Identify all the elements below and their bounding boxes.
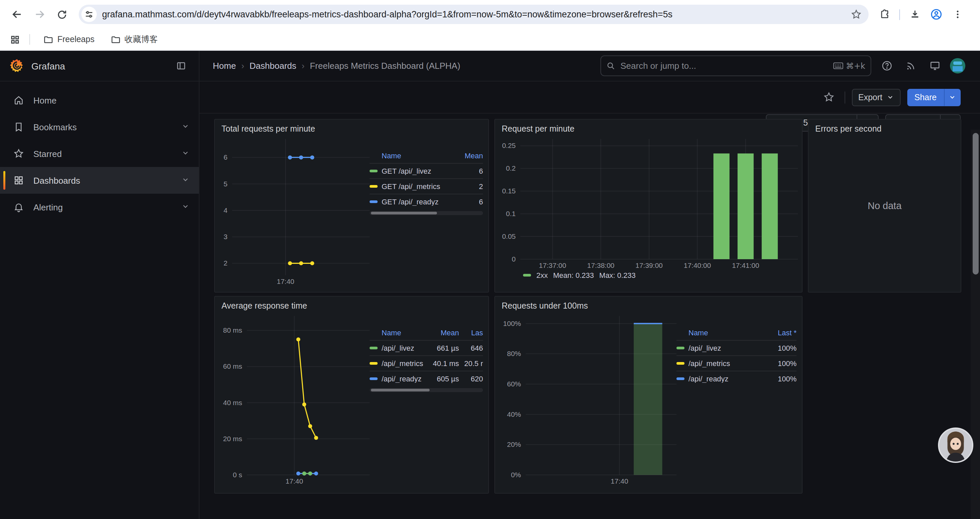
no-data-message: No data — [808, 200, 961, 211]
legend-row[interactable]: /api/_metrics 100% — [676, 355, 797, 371]
svg-text:0: 0 — [512, 255, 516, 263]
breadcrumb-home[interactable]: Home — [213, 61, 236, 71]
legend-row[interactable]: /api/_livez 661 µs 646 — [369, 340, 483, 355]
address-bar[interactable] — [79, 5, 869, 24]
svg-text:17:39:00: 17:39:00 — [635, 262, 663, 269]
timeseries-chart: 80 ms60 ms40 ms20 ms0 s17:40 — [220, 313, 369, 485]
legend-row[interactable]: /api/_metrics 40.1 ms 20.5 r — [369, 355, 483, 371]
legend-row[interactable]: GET /api/_metrics 2 — [369, 178, 483, 194]
user-avatar[interactable] — [950, 58, 965, 73]
series-swatch — [369, 200, 378, 203]
bookmark-folder-blogs[interactable]: 收藏博客 — [105, 32, 163, 47]
svg-text:17:40: 17:40 — [611, 477, 628, 485]
help-icon[interactable] — [878, 57, 895, 75]
news-rss-icon[interactable] — [902, 57, 919, 75]
extensions-icon[interactable] — [875, 5, 894, 24]
legend-scrollbar[interactable] — [369, 388, 483, 392]
legend-row[interactable]: /api/_livez 100% — [676, 340, 797, 355]
legend-row[interactable]: GET /api/_readyz 6 — [369, 194, 483, 209]
bookmark-folder-freeleaps[interactable]: Freeleaps — [38, 32, 100, 46]
bookmark-star-icon[interactable] — [846, 5, 865, 24]
timeseries-chart: 6543217:40 — [220, 136, 369, 286]
legend-header-row: Name Last * — [676, 325, 797, 340]
search-box[interactable]: ⌘+k — [600, 56, 871, 76]
bookmark-label: 收藏博客 — [124, 34, 158, 45]
series-swatch — [676, 347, 684, 349]
sidebar-item-label: Alerting — [33, 202, 63, 212]
bar-chart: 100%80%60%40%20%0%17:40 — [500, 313, 676, 485]
panel-title[interactable]: Request per minute — [495, 120, 802, 136]
series-swatch — [676, 377, 684, 380]
toolbar-divider — [844, 91, 845, 103]
svg-text:20 ms: 20 ms — [223, 435, 242, 442]
breadcrumb-separator: › — [241, 61, 244, 71]
sidebar-item-alerting[interactable]: Alerting — [0, 194, 199, 220]
bookmarks-bar: Freeleaps 收藏博客 — [0, 29, 980, 51]
breadcrumb-separator: › — [302, 61, 305, 71]
bookmarks-separator — [29, 34, 30, 45]
back-icon[interactable] — [7, 4, 27, 24]
legend-row[interactable]: /api/_readyz 605 µs 620 — [369, 371, 483, 386]
svg-text:0.05: 0.05 — [502, 232, 516, 240]
brand-name: Grafana — [31, 61, 172, 71]
legend-row[interactable]: /api/_readyz 100% — [676, 371, 797, 386]
panel-request-per-minute: Request per minute 0.250.20.150.10.05017… — [494, 119, 803, 292]
breadcrumb: Home › Dashboards › Freeleaps Metrics Da… — [213, 61, 460, 71]
download-icon[interactable] — [905, 5, 924, 24]
scrollbar-thumb[interactable] — [973, 133, 978, 275]
chevron-down-icon[interactable] — [181, 149, 189, 159]
export-button[interactable]: Export — [851, 88, 900, 106]
sidebar-item-bookmarks[interactable]: Bookmarks — [0, 113, 199, 140]
star-icon — [13, 148, 24, 159]
legend-row[interactable]: GET /api/_livez 6 — [369, 163, 483, 178]
site-settings-icon[interactable] — [81, 7, 97, 22]
breadcrumb-dashboards[interactable]: Dashboards — [250, 61, 296, 71]
legend-line[interactable]: 2xx Mean: 0.233 Max: 0.233 — [500, 270, 797, 279]
svg-text:4: 4 — [223, 206, 228, 214]
svg-text:6: 6 — [223, 153, 228, 161]
sidebar-item-starred[interactable]: Starred — [0, 140, 199, 167]
sidebar-item-dashboards[interactable]: Dashboards — [0, 167, 199, 194]
grafana-logo[interactable] — [10, 58, 25, 73]
panel-total-requests: Total requests per minute 6543217:40 Nam… — [214, 119, 489, 292]
svg-text:17:40: 17:40 — [286, 477, 303, 485]
page-scrollbar[interactable] — [970, 129, 980, 519]
chevron-down-icon[interactable] — [181, 202, 189, 212]
chevron-down-icon — [949, 94, 956, 101]
series-swatch — [369, 377, 378, 380]
home-icon — [13, 95, 24, 105]
floating-assistant-avatar[interactable] — [938, 428, 973, 463]
panel-title[interactable]: Requests under 100ms — [495, 297, 802, 313]
search-shortcut: ⌘+k — [833, 61, 865, 70]
breadcrumb-current: Freeleaps Metrics Dashboard (ALPHA) — [310, 61, 460, 71]
browser-menu-icon[interactable] — [948, 5, 967, 24]
legend-scrollbar[interactable] — [369, 211, 483, 215]
chevron-down-icon[interactable] — [181, 122, 189, 132]
share-button[interactable]: Share — [907, 88, 944, 106]
url-input[interactable] — [97, 10, 846, 19]
apps-grid-icon[interactable] — [8, 33, 21, 46]
sidebar-item-home[interactable]: Home — [0, 87, 199, 113]
chevron-down-icon[interactable] — [181, 175, 189, 185]
search-input[interactable] — [619, 60, 829, 72]
legend-table: Name Last * /api/_livez 100% /api/_metri… — [676, 325, 797, 485]
sidebar-item-label: Starred — [33, 149, 62, 159]
profile-icon[interactable] — [927, 5, 945, 24]
sidebar-toggle-icon[interactable] — [172, 57, 189, 75]
svg-text:2: 2 — [223, 259, 228, 267]
kiosk-monitor-icon[interactable] — [926, 57, 943, 75]
bookmark-label: Freeleaps — [57, 35, 94, 44]
panel-average-response-time: Average response time 80 ms60 ms40 ms20 … — [214, 296, 489, 493]
legend-header-row: Name Mean Las — [369, 325, 483, 340]
reload-icon[interactable] — [52, 4, 72, 24]
forward-icon[interactable] — [29, 4, 49, 24]
panel-title[interactable]: Errors per second — [808, 120, 961, 136]
svg-text:17:41:00: 17:41:00 — [732, 262, 759, 269]
panel-title[interactable]: Total requests per minute — [215, 120, 488, 136]
share-menu-button[interactable] — [944, 88, 961, 106]
keyboard-icon — [833, 62, 843, 69]
svg-text:40%: 40% — [507, 410, 521, 418]
panel-title[interactable]: Average response time — [215, 297, 488, 313]
favorite-star-icon[interactable] — [820, 88, 838, 106]
svg-text:0.1: 0.1 — [506, 210, 516, 217]
